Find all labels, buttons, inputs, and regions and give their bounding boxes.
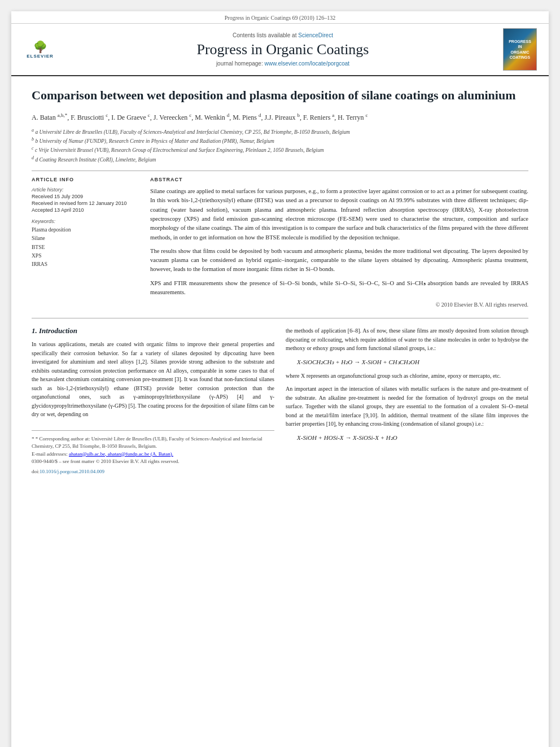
- keyword-1: Plasma deposition: [32, 226, 139, 234]
- abstract-para-2: The results show that films could be dep…: [150, 247, 528, 274]
- email-addresses[interactable]: ahatan@ulb.ac.be, ahatan@fundp.ac.be (A.…: [69, 451, 173, 457]
- authors-line: A. Batan a,b,*, F. Brusciotti c, I. De G…: [32, 112, 528, 123]
- elsevier-wordmark: ELSEVIER: [27, 54, 54, 59]
- page: Progress in Organic Coatings 69 (2010) 1…: [11, 11, 549, 747]
- elsevier-tree-icon: 🌳: [33, 40, 47, 54]
- journal-cover-thumbnail: PROGRESS IN ORGANIC COATINGS: [503, 28, 537, 71]
- homepage-label: journal homepage:: [216, 60, 263, 67]
- abstract-column: ABSTRACT Silane coatings are applied to …: [150, 177, 528, 308]
- affiliation-d: d Coating Research Institute (CoRI), Lim…: [35, 157, 156, 163]
- affiliation-a: a Université Libre de Bruxelles (ULB), F…: [35, 129, 350, 135]
- doi-line: doi:10.1016/j.porgcoat.2010.04.009: [32, 468, 274, 476]
- issn-line: 0300-9440/$ – see front matter © 2010 El…: [32, 458, 274, 466]
- homepage-url[interactable]: www.elsevier.com/locate/porgcoat: [265, 60, 350, 67]
- cover-text: PROGRESS IN ORGANIC COATINGS: [509, 39, 531, 59]
- body-left-column: 1. Introduction In various applications,…: [32, 326, 274, 475]
- affiliations: a a Université Libre de Bruxelles (ULB),…: [32, 127, 528, 164]
- contents-line: Contents lists available at ScienceDirec…: [71, 32, 495, 38]
- star-symbol: *: [32, 436, 36, 442]
- received-date: Received 15 July 2009: [32, 194, 139, 199]
- journal-title: Progress in Organic Coatings: [71, 41, 495, 58]
- intro-title: Introduction: [39, 326, 77, 335]
- journal-cover-area: PROGRESS IN ORGANIC COATINGS: [500, 28, 540, 71]
- formula-1: X-SiOCH₂CH₃ + H₂O → X-SiOH + CH₃CH₂OH: [297, 359, 528, 366]
- top-bar: Progress in Organic Coatings 69 (2010) 1…: [11, 11, 549, 24]
- divider-1: [32, 171, 528, 171]
- keyword-5: IRRAS: [32, 260, 139, 269]
- journal-header-center: Contents lists available at ScienceDirec…: [71, 28, 495, 71]
- intro-section-title: 1. Introduction: [32, 326, 274, 335]
- authors-text: A. Batan a,b,*, F. Brusciotti c, I. De G…: [32, 113, 368, 121]
- email-label: E-mail addresses:: [32, 451, 68, 457]
- history-label: Article history:: [32, 187, 139, 193]
- intro-right-para-1: the methods of application [6–8]. As of …: [286, 326, 528, 353]
- abstract-heading: ABSTRACT: [150, 177, 528, 182]
- contents-text: Contents lists available at: [233, 32, 296, 38]
- elsevier-logo-area: 🌳 ELSEVIER: [20, 28, 65, 71]
- doi-url[interactable]: 10.1016/j.porgcoat.2010.04.009: [40, 469, 104, 474]
- keyword-4: XPS: [32, 252, 139, 260]
- article-content: Comparison between wet deposition and pl…: [11, 76, 549, 487]
- article-info-heading: ARTICLE INFO: [32, 177, 139, 182]
- article-info-abstract-section: ARTICLE INFO Article history: Received 1…: [32, 177, 528, 308]
- abstract-para-1: Silane coatings are applied to metal sur…: [150, 187, 528, 242]
- email-line: E-mail addresses: ahatan@ulb.ac.be, ahat…: [32, 451, 274, 458]
- abstract-para-3: XPS and FTIR measurements show the prese…: [150, 279, 528, 298]
- doi-label: doi:: [32, 469, 40, 474]
- elsevier-logo: 🌳 ELSEVIER: [20, 38, 60, 61]
- sciencedirect-link[interactable]: ScienceDirect: [298, 32, 333, 38]
- formula-2: X-SiOH + HOSi-X → X-SiOSi-X + H₂O: [297, 434, 528, 442]
- intro-number: 1.: [32, 326, 37, 335]
- intro-para-1: In various applications, metals are coat…: [32, 340, 274, 419]
- revised-date: Received in revised form 12 January 2010: [32, 200, 139, 206]
- affiliation-c: c Vrije Universiteit Brussel (VUB), Rese…: [35, 148, 324, 154]
- corresponding-author-text: * Corresponding author at: Université Li…: [32, 436, 262, 449]
- accepted-date: Accepted 13 April 2010: [32, 207, 139, 213]
- article-info-column: ARTICLE INFO Article history: Received 1…: [32, 177, 139, 308]
- body-section: 1. Introduction In various applications,…: [32, 318, 528, 475]
- journal-homepage-line: journal homepage: www.elsevier.com/locat…: [71, 60, 495, 67]
- intro-right-para-2: where X represents an organofunctional g…: [286, 372, 528, 381]
- keyword-3: BTSE: [32, 243, 139, 252]
- journal-issue-info: Progress in Organic Coatings 69 (2010) 1…: [225, 15, 335, 21]
- article-title: Comparison between wet deposition and pl…: [32, 88, 528, 104]
- intro-right-para-3: An important aspect in the interaction o…: [286, 385, 528, 429]
- affiliation-b: b University of Namur (FUNDP), Research …: [35, 138, 274, 144]
- copyright: © 2010 Elsevier B.V. All rights reserved…: [150, 302, 528, 308]
- corresponding-author-note: * * Corresponding author at: Université …: [32, 435, 274, 451]
- journal-header: 🌳 ELSEVIER Contents lists available at S…: [11, 24, 549, 76]
- abstract-text: Silane coatings are applied to metal sur…: [150, 187, 528, 297]
- keyword-2: Silane: [32, 234, 139, 243]
- keywords-heading: Keywords:: [32, 219, 139, 224]
- body-right-column: the methods of application [6–8]. As of …: [286, 326, 528, 475]
- footnote-area: * * Corresponding author at: Université …: [32, 430, 274, 476]
